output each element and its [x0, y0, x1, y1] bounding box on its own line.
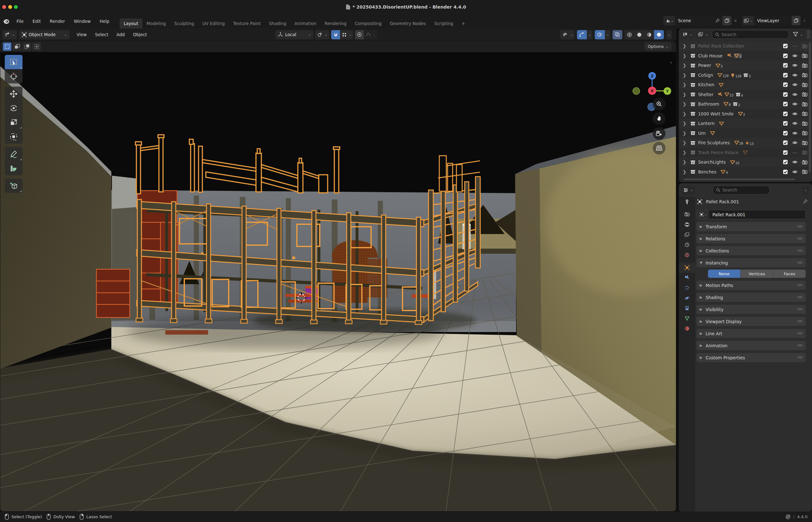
show-overlays-toggle[interactable]: [595, 30, 605, 39]
properties-tab-world[interactable]: [679, 250, 695, 260]
outliner-filter-button[interactable]: ⌄: [791, 30, 805, 39]
xray-toggle[interactable]: [613, 30, 622, 39]
hide-eye-toggle[interactable]: [792, 102, 798, 106]
panel-shading[interactable]: ▶Shading: [696, 293, 806, 302]
browse-scene-button[interactable]: ⌄: [663, 16, 675, 25]
show-object-types-dropdown[interactable]: ⌄: [560, 30, 575, 39]
properties-tab-render[interactable]: [679, 209, 695, 219]
properties-tab-view-layer[interactable]: [679, 229, 695, 240]
expand-icon[interactable]: ❯: [682, 140, 690, 145]
outliner-row-kitchen[interactable]: ❯Kitchen: [679, 80, 812, 90]
expand-icon[interactable]: ❯: [682, 121, 690, 126]
shading-material-button[interactable]: [644, 30, 654, 39]
expand-icon[interactable]: ❯: [682, 92, 690, 97]
menu-edit[interactable]: Edit: [28, 17, 45, 26]
hide-eye-toggle[interactable]: [792, 140, 798, 145]
workspace-tab-sculpting[interactable]: Sculpting: [170, 18, 198, 28]
shading-rendered-button[interactable]: [654, 30, 664, 39]
scale-tool-button[interactable]: [5, 115, 22, 129]
properties-tab-material[interactable]: [679, 323, 695, 334]
expand-icon[interactable]: ❯: [682, 111, 690, 116]
workspace-tab-animation[interactable]: Animation: [291, 18, 321, 28]
exclude-checkbox[interactable]: [783, 63, 788, 68]
toggle-projection-button[interactable]: [653, 142, 666, 155]
panel-instancing[interactable]: ▼Instancing: [696, 258, 806, 267]
new-viewlayer-button[interactable]: [792, 16, 800, 25]
outliner-row-lantern[interactable]: ❯Lantern: [679, 119, 812, 128]
menu-render[interactable]: Render: [45, 17, 70, 26]
show-gizmo-toggle[interactable]: [577, 30, 587, 39]
instancing-option-none[interactable]: None: [708, 269, 741, 278]
navigation-gizmo[interactable]: Z X Y: [630, 55, 674, 112]
cursor-tool-button[interactable]: [5, 69, 22, 83]
select-mode-set-button[interactable]: [3, 42, 12, 51]
move-view-button[interactable]: [653, 112, 666, 125]
proportional-falloff-dropdown[interactable]: ⌄: [364, 30, 377, 39]
disable-render-toggle[interactable]: [802, 53, 808, 58]
workspace-tab-modeling[interactable]: Modeling: [142, 18, 170, 28]
measure-tool-button[interactable]: [5, 161, 22, 175]
expand-icon[interactable]: ❯: [682, 63, 690, 68]
outliner-search-input[interactable]: Search: [712, 30, 789, 39]
properties-search-input[interactable]: Search: [713, 186, 770, 195]
exclude-checkbox[interactable]: [783, 92, 788, 97]
workspace-tab-texture-paint[interactable]: Texture Paint: [229, 18, 265, 28]
3d-viewport[interactable]: Options⌄ Z X Y ‹: [0, 41, 676, 511]
properties-tab-modifiers[interactable]: [679, 273, 695, 283]
instancing-option-faces[interactable]: Faces: [773, 269, 806, 278]
shading-solid-button[interactable]: [634, 30, 644, 39]
properties-tab-object-data[interactable]: [679, 313, 695, 323]
expand-icon[interactable]: ❯: [682, 101, 690, 106]
workspace-tab-compositing[interactable]: Compositing: [351, 18, 386, 28]
add-workspace-button[interactable]: +: [457, 18, 469, 28]
panel-custom-properties[interactable]: ▶Custom Properties: [696, 353, 806, 362]
new-collection-button[interactable]: [807, 30, 810, 39]
hide-eye-toggle[interactable]: [792, 92, 798, 97]
outliner-row-searchlights[interactable]: ❯SearchLights10: [679, 157, 812, 167]
blender-logo-icon[interactable]: [0, 18, 12, 24]
hide-eye-toggle[interactable]: [792, 131, 798, 136]
viewport-menu-select[interactable]: Select: [91, 32, 113, 37]
exclude-checkbox[interactable]: [783, 82, 788, 87]
exclude-checkbox[interactable]: [783, 101, 788, 106]
browse-viewlayer-button[interactable]: ⌄: [742, 16, 754, 25]
hide-eye-toggle[interactable]: [792, 160, 798, 164]
proportional-editing-toggle[interactable]: [355, 30, 364, 39]
exclude-checkbox[interactable]: [783, 160, 788, 165]
object-name-field[interactable]: ⌄ Pallet Rack.001: [696, 210, 806, 219]
hide-eye-toggle[interactable]: [792, 73, 798, 77]
snap-toggle[interactable]: [331, 30, 340, 39]
panel-animation[interactable]: ▶Animation: [696, 341, 806, 350]
disable-render-toggle[interactable]: [802, 102, 808, 106]
exclude-checkbox[interactable]: [783, 130, 788, 136]
snap-with-dropdown[interactable]: ⌄: [340, 30, 353, 39]
outliner-editor-type-button[interactable]: ⌄: [681, 30, 694, 39]
rotate-tool-button[interactable]: [5, 101, 22, 115]
workspace-tab-uv-editing[interactable]: UV Editing: [198, 18, 229, 28]
viewport-menu-view[interactable]: View: [73, 32, 91, 37]
select-mode-extend-button[interactable]: [13, 42, 21, 51]
properties-tab-output[interactable]: [679, 219, 695, 229]
outliner-row-shelter[interactable]: ❯Shelter224: [679, 90, 812, 100]
zoom-view-button[interactable]: [653, 98, 666, 111]
outliner-row-urn[interactable]: ❯Urn: [679, 128, 812, 138]
expand-icon[interactable]: ❯: [682, 160, 690, 165]
viewport-menu-object[interactable]: Object: [129, 32, 151, 37]
outliner-row-cosign[interactable]: ❯CoSign1291283: [679, 71, 812, 80]
panel-motion-paths[interactable]: ▶Motion Paths: [696, 281, 806, 290]
collapse-sidebar-arrow[interactable]: ‹: [670, 60, 672, 65]
disable-render-toggle[interactable]: [802, 121, 808, 126]
editor-type-button[interactable]: ⌄: [2, 30, 17, 39]
hide-eye-toggle[interactable]: [792, 54, 798, 58]
outliner-row-1000-watt-smile[interactable]: ❯1000 Watt Smile2: [679, 109, 812, 119]
add-cube-tool-button[interactable]: [5, 179, 22, 193]
select-mode-invert-button[interactable]: [32, 42, 41, 51]
hide-eye-toggle[interactable]: [792, 170, 798, 174]
properties-editor-type-button[interactable]: ⌄: [681, 186, 695, 195]
properties-tab-physics[interactable]: [679, 293, 695, 303]
workspace-tab-shading[interactable]: Shading: [265, 18, 291, 28]
outliner-row-power[interactable]: ❯Power3: [679, 61, 812, 71]
menu-window[interactable]: Window: [70, 17, 95, 26]
scene-name-field[interactable]: Scene: [675, 16, 722, 25]
properties-tab-particles[interactable]: [679, 283, 695, 293]
